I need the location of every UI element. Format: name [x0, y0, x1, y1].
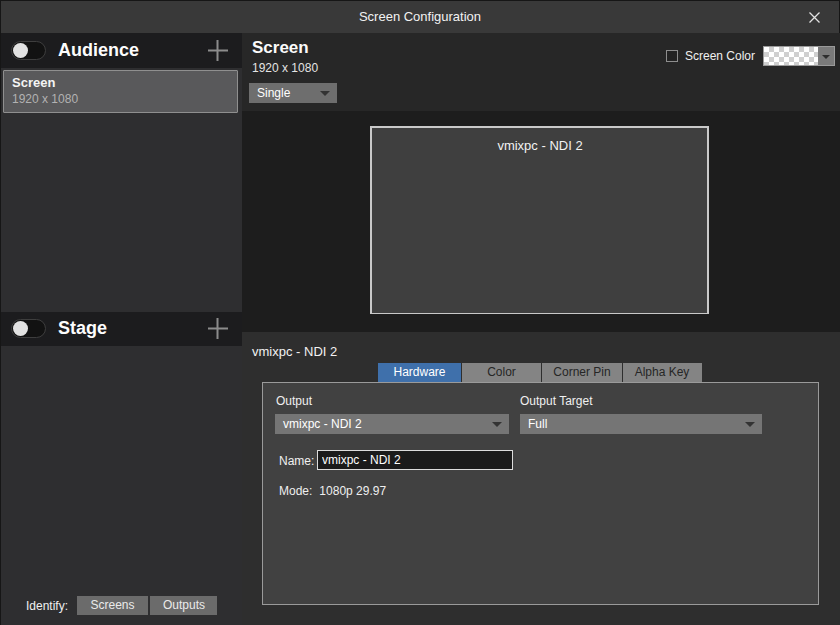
output-settings-panel: vmixpc - NDI 2 Hardware Color Corner Pin… [242, 332, 840, 625]
tab-color[interactable]: Color [462, 363, 541, 382]
mode-row: Mode:1080p 29.97 [279, 484, 393, 498]
identify-outputs-button[interactable]: Outputs [150, 596, 217, 615]
plus-icon [207, 317, 229, 340]
panel-title: vmixpc - NDI 2 [252, 344, 337, 359]
screen-color-group: Screen Color [666, 46, 835, 66]
page-resolution: 1920 x 1080 [252, 61, 318, 75]
identify-label: Identify: [26, 599, 68, 613]
output-target-label: Output Target [520, 394, 593, 408]
close-icon [808, 11, 821, 24]
output-dropdown[interactable]: vmixpc - NDI 2 [275, 414, 509, 434]
hardware-tab-content: Output vmixpc - NDI 2 Output Target Full… [262, 382, 819, 605]
tab-hardware[interactable]: Hardware [378, 363, 461, 382]
mode-label: Mode: [279, 484, 312, 498]
tab-corner-pin[interactable]: Corner Pin [542, 363, 622, 382]
screen-configuration-window: Screen Configuration Audience Screen 192… [0, 0, 840, 625]
layout-dropdown[interactable]: Single [249, 83, 337, 103]
audience-section-label: Audience [58, 40, 139, 61]
stage-toggle[interactable] [11, 319, 46, 338]
tab-alpha-key[interactable]: Alpha Key [623, 363, 702, 382]
output-label: Output [276, 394, 312, 408]
screen-item-title: Screen [12, 75, 229, 90]
toggle-knob [13, 43, 28, 58]
toggle-knob [13, 321, 28, 336]
stage-section-label: Stage [58, 318, 107, 339]
stage-section-header: Stage [1, 312, 242, 346]
page-title: Screen [252, 38, 309, 58]
audience-toggle[interactable] [11, 41, 46, 60]
add-stage-screen-button[interactable] [205, 316, 230, 342]
identify-row: Identify: Screens Outputs [26, 596, 217, 615]
window-title: Screen Configuration [1, 1, 839, 33]
main-area: Screen 1920 x 1080 Screen Color Single v… [242, 33, 840, 625]
audience-section-header: Audience [1, 33, 242, 68]
screen-preview-area: vmixpc - NDI 2 [242, 111, 840, 332]
add-audience-screen-button[interactable] [205, 38, 230, 64]
identify-screens-button[interactable]: Screens [77, 596, 148, 615]
transparent-swatch [764, 47, 818, 65]
settings-tabs: Hardware Color Corner Pin Alpha Key [378, 363, 702, 382]
screen-color-checkbox[interactable] [666, 50, 678, 62]
screen-item-resolution: 1920 x 1080 [12, 92, 229, 106]
close-button[interactable] [797, 1, 831, 33]
plus-icon [207, 39, 229, 62]
mode-value: 1080p 29.97 [319, 484, 386, 498]
sidebar: Audience Screen 1920 x 1080 Stage Identi… [1, 33, 242, 625]
output-preview-box[interactable]: vmixpc - NDI 2 [370, 126, 709, 314]
name-label: Name: [279, 454, 314, 468]
main-header: Screen 1920 x 1080 Screen Color Single [242, 33, 840, 111]
screen-color-picker[interactable] [763, 46, 835, 66]
screen-color-label: Screen Color [685, 49, 755, 63]
chevron-down-icon [818, 47, 834, 65]
sidebar-item-screen[interactable]: Screen 1920 x 1080 [3, 70, 238, 113]
preview-output-label: vmixpc - NDI 2 [372, 138, 707, 153]
titlebar: Screen Configuration [1, 1, 839, 33]
output-target-dropdown[interactable]: Full [520, 414, 762, 434]
name-input[interactable] [317, 450, 513, 470]
